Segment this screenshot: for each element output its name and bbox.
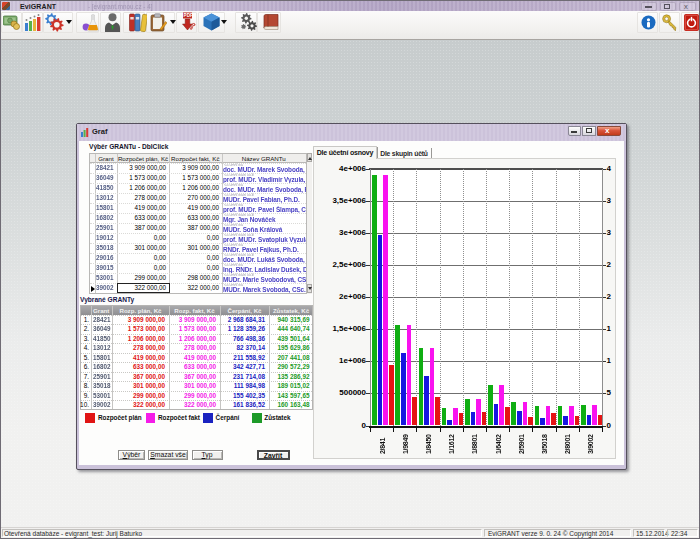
svg-text:PDF: PDF bbox=[184, 13, 193, 18]
